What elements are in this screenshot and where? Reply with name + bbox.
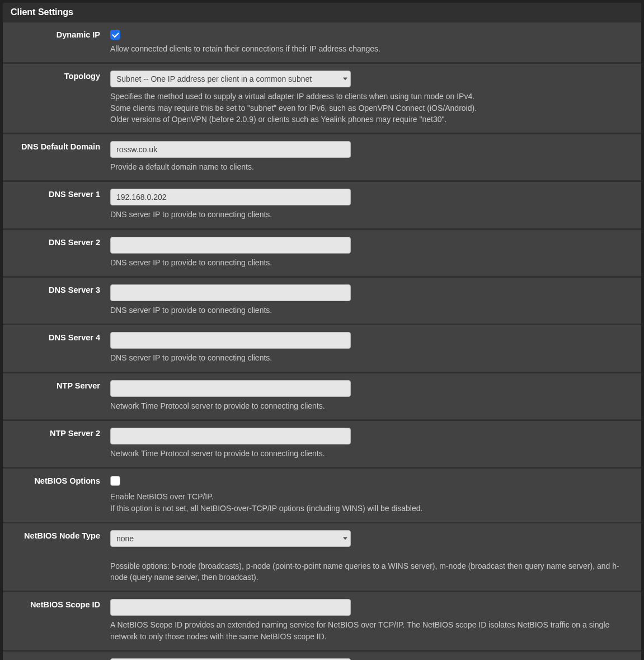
- dns-server2-input[interactable]: [110, 237, 351, 254]
- label-dns-default-domain: DNS Default Domain: [12, 141, 110, 151]
- row-ntp-server: NTP Server Network Time Protocol server …: [3, 373, 641, 421]
- row-ntp-server2: NTP Server 2 Network Time Protocol serve…: [3, 421, 641, 469]
- dns-default-domain-input[interactable]: [110, 141, 351, 158]
- ntp-server-input[interactable]: [110, 380, 351, 397]
- netbios-node-type-select[interactable]: none: [110, 530, 351, 547]
- row-dns-server1: DNS Server 1 DNS server IP to provide to…: [3, 182, 641, 230]
- label-netbios-options: NetBIOS Options: [12, 475, 110, 485]
- ntp-server2-input[interactable]: [110, 428, 351, 444]
- label-dns-server2: DNS Server 2: [12, 237, 110, 247]
- help-dns-server1: DNS server IP to provide to connecting c…: [110, 209, 632, 220]
- label-ntp-server2: NTP Server 2: [12, 428, 110, 438]
- help-netbios-node-type: Possible options: b-node (broadcasts), p…: [110, 560, 632, 583]
- label-dns-server1: DNS Server 1: [12, 189, 110, 199]
- dns-server3-input[interactable]: [110, 284, 351, 301]
- dynamic-ip-checkbox[interactable]: [110, 30, 120, 40]
- client-settings-panel: Client Settings Dynamic IP Allow connect…: [2, 2, 642, 660]
- label-topology: Topology: [12, 71, 110, 81]
- help-dns-default-domain: Provide a default domain name to clients…: [110, 161, 632, 172]
- help-dns-server4: DNS server IP to provide to connecting c…: [110, 352, 632, 363]
- help-topology: Specifies the method used to supply a vi…: [110, 91, 632, 125]
- label-dns-server3: DNS Server 3: [12, 284, 110, 294]
- help-ntp-server: Network Time Protocol server to provide …: [110, 400, 632, 411]
- row-dns-default-domain: DNS Default Domain Provide a default dom…: [3, 134, 641, 182]
- dns-server1-input[interactable]: [110, 189, 351, 205]
- row-dynamic-ip: Dynamic IP Allow connected clients to re…: [3, 22, 641, 64]
- row-dns-server2: DNS Server 2 DNS server IP to provide to…: [3, 230, 641, 278]
- panel-title: Client Settings: [3, 3, 641, 22]
- row-netbios-options: NetBIOS Options Enable NetBIOS over TCP/…: [3, 469, 641, 523]
- help-dns-server3: DNS server IP to provide to connecting c…: [110, 305, 632, 316]
- row-topology: Topology Subnet -- One IP address per cl…: [3, 64, 641, 134]
- label-dynamic-ip: Dynamic IP: [12, 29, 110, 39]
- label-ntp-server: NTP Server: [12, 380, 110, 390]
- label-netbios-node-type: NetBIOS Node Type: [12, 530, 110, 540]
- row-netbios-node-type: NetBIOS Node Type none Possible options:…: [3, 523, 641, 593]
- netbios-scope-id-input[interactable]: [110, 599, 351, 616]
- help-netbios-options: Enable NetBIOS over TCP/IP. If this opti…: [110, 491, 632, 514]
- dns-server4-input[interactable]: [110, 332, 351, 349]
- row-wins-server1: WINS Server 1 A Windows Internet Name Se…: [3, 652, 641, 660]
- label-dns-server4: DNS Server 4: [12, 332, 110, 342]
- label-netbios-scope-id: NetBIOS Scope ID: [12, 599, 110, 609]
- help-dns-server2: DNS server IP to provide to connecting c…: [110, 257, 632, 268]
- topology-select[interactable]: Subnet -- One IP address per client in a…: [110, 71, 351, 87]
- row-dns-server3: DNS Server 3 DNS server IP to provide to…: [3, 278, 641, 325]
- help-dynamic-ip: Allow connected clients to retain their …: [110, 43, 632, 54]
- help-ntp-server2: Network Time Protocol server to provide …: [110, 448, 632, 459]
- row-netbios-scope-id: NetBIOS Scope ID A NetBIOS Scope ID prov…: [3, 592, 641, 652]
- help-netbios-scope-id: A NetBIOS Scope ID provides an extended …: [110, 619, 632, 642]
- row-dns-server4: DNS Server 4 DNS server IP to provide to…: [3, 325, 641, 373]
- netbios-options-checkbox[interactable]: [110, 476, 120, 486]
